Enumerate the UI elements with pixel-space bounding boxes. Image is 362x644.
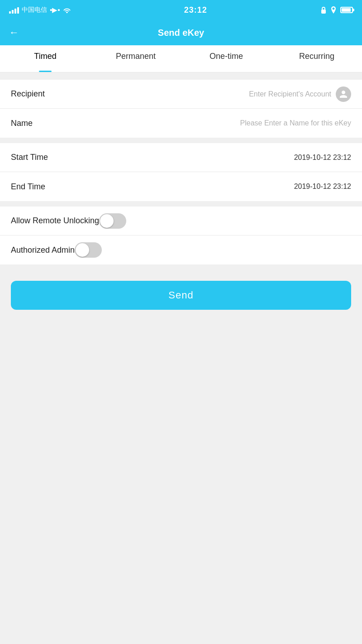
status-right: [320, 6, 353, 14]
recipient-input[interactable]: [74, 90, 331, 98]
recipient-label: Recipient: [11, 89, 74, 99]
header: ← Send eKey: [0, 20, 362, 45]
tab-recurring[interactable]: Recurring: [272, 45, 362, 72]
allow-remote-label: Allow Remote Unlocking: [11, 216, 99, 226]
send-button[interactable]: Send: [11, 281, 351, 310]
carrier-label: 中国电信: [22, 6, 47, 14]
start-time-value: 2019-10-12 23:12: [74, 154, 351, 162]
tabs-container: Timed Permanent One-time Recurring: [0, 45, 362, 72]
battery-icon: [340, 7, 353, 13]
name-label: Name: [11, 119, 74, 128]
recipient-section: Recipient Name: [0, 80, 362, 138]
signal-icon: [9, 6, 19, 14]
end-time-label: End Time: [11, 182, 74, 192]
name-input[interactable]: [74, 119, 351, 127]
allow-remote-row: Allow Remote Unlocking: [0, 207, 362, 235]
back-button[interactable]: ←: [9, 28, 19, 38]
location-icon: [330, 6, 337, 14]
tab-active-indicator: [39, 71, 52, 72]
name-row: Name: [0, 109, 362, 138]
bottom-gray-area: [0, 321, 362, 502]
tab-permanent[interactable]: Permanent: [90, 45, 181, 72]
tab-timed[interactable]: Timed: [0, 45, 90, 72]
wifi-icon: ▪▶▪: [50, 6, 60, 14]
authorized-admin-toggle[interactable]: [75, 242, 102, 258]
page-title: Send eKey: [158, 28, 204, 38]
recipient-row: Recipient: [0, 80, 362, 109]
start-time-row[interactable]: Start Time 2019-10-12 23:12: [0, 143, 362, 172]
end-time-row[interactable]: End Time 2019-10-12 23:12: [0, 172, 362, 201]
authorized-admin-row: Authorized Admin: [0, 235, 362, 264]
start-time-label: Start Time: [11, 153, 74, 162]
toggle-knob-2: [76, 243, 89, 257]
lock-icon: [320, 6, 327, 14]
time-section: Start Time 2019-10-12 23:12 End Time 201…: [0, 143, 362, 201]
end-time-value: 2019-10-12 23:12: [74, 183, 351, 191]
send-section: Send: [0, 270, 362, 321]
status-left: 中国电信 ▪▶▪: [9, 6, 71, 14]
svg-rect-0: [321, 10, 326, 14]
status-time: 23:12: [184, 5, 207, 15]
allow-remote-toggle[interactable]: [99, 213, 126, 229]
authorized-admin-label: Authorized Admin: [11, 245, 75, 255]
wifi-icon: [63, 7, 71, 13]
tab-one-time[interactable]: One-time: [181, 45, 272, 72]
status-bar: 中国电信 ▪▶▪ 23:12: [0, 0, 362, 20]
toggles-section: Allow Remote Unlocking Authorized Admin: [0, 207, 362, 264]
toggle-knob: [100, 214, 114, 228]
recipient-contact-icon[interactable]: [336, 87, 351, 102]
